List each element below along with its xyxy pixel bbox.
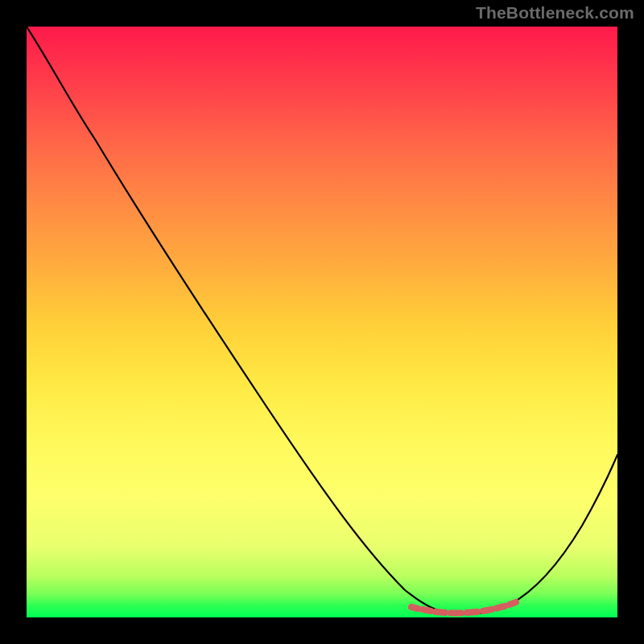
- watermark-text: TheBottleneck.com: [476, 3, 634, 23]
- bottleneck-curve: [27, 27, 617, 614]
- chart-svg: [27, 27, 617, 617]
- valley-markers: [411, 602, 516, 613]
- svg-line-7: [510, 602, 516, 605]
- svg-line-4: [467, 612, 477, 613]
- svg-line-0: [411, 607, 418, 609]
- chart-plot-area: [27, 27, 617, 617]
- svg-line-2: [436, 612, 445, 613]
- svg-line-6: [497, 606, 505, 609]
- svg-line-1: [423, 609, 431, 611]
- svg-line-5: [483, 609, 492, 611]
- chart-frame: TheBottleneck.com: [0, 0, 644, 644]
